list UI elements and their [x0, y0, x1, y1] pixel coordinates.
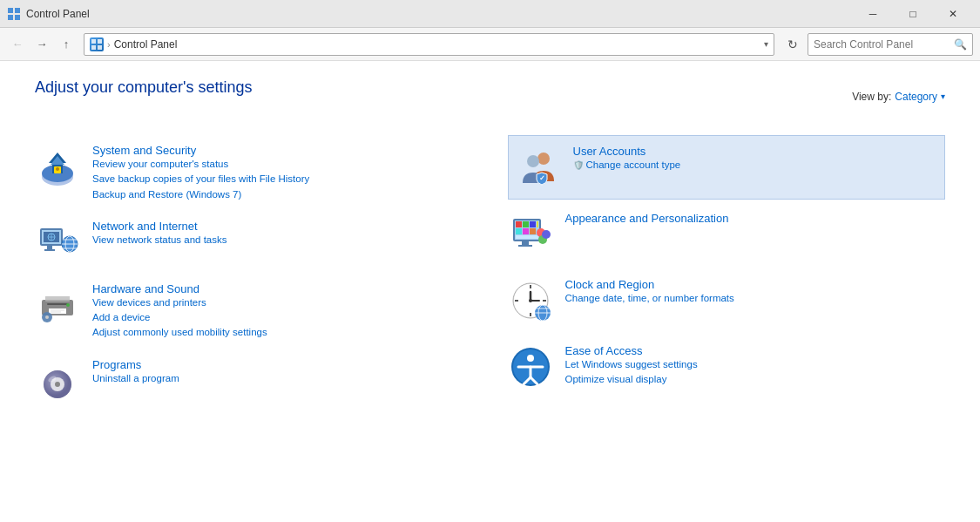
category-hardware: Hardware and Sound View devices and prin… [35, 274, 473, 349]
category-appearance: Appearance and Personalization [508, 203, 946, 266]
system-security-link-0[interactable]: Review your computer's status [92, 157, 473, 172]
category-system-security: System and Security Review your computer… [35, 135, 473, 211]
user-accounts-link-0[interactable]: Change account type [586, 158, 681, 173]
category-ease: Ease of Access Let Windows suggest setti… [508, 336, 946, 398]
refresh-button[interactable]: ↻ [781, 33, 804, 56]
user-accounts-icon: ✓ [516, 145, 561, 190]
ease-title[interactable]: Ease of Access [565, 344, 643, 357]
main-content: Adjust your computer's settings View by:… [0, 61, 980, 522]
svg-rect-46 [518, 245, 532, 247]
hardware-text: Hardware and Sound View devices and prin… [92, 282, 473, 341]
search-input[interactable] [814, 38, 954, 51]
svg-point-73 [527, 355, 534, 362]
appearance-title[interactable]: Appearance and Personalization [565, 212, 729, 225]
svg-rect-14 [47, 246, 52, 249]
network-link-0[interactable]: View network status and tasks [92, 233, 473, 247]
svg-point-41 [527, 155, 539, 167]
svg-rect-51 [516, 228, 522, 234]
maximize-button[interactable]: □ [893, 0, 933, 28]
svg-rect-1 [15, 8, 20, 13]
address-bar-icon [90, 37, 104, 51]
programs-text: Programs Uninstall a program [92, 358, 473, 386]
address-separator: › [107, 39, 111, 50]
close-button[interactable]: ✕ [933, 0, 973, 28]
ease-link-1[interactable]: Optimize visual display [565, 372, 946, 387]
app-icon [7, 7, 21, 21]
hardware-link-2[interactable]: Adjust commonly used mobility settings [92, 325, 473, 340]
svg-rect-29 [49, 308, 66, 314]
page-title: Adjust your computer's settings [35, 78, 253, 97]
svg-rect-45 [522, 241, 529, 245]
search-icon[interactable]: 🔍 [954, 38, 967, 51]
svg-rect-5 [98, 39, 102, 44]
svg-rect-2 [8, 15, 13, 20]
system-security-icon [35, 144, 80, 189]
svg-point-66 [529, 299, 532, 302]
network-title[interactable]: Network and Internet [92, 220, 198, 233]
window-title: Control Panel [26, 8, 853, 20]
clock-link-0[interactable]: Change date, time, or number formats [565, 291, 946, 306]
view-by-label: View by: [852, 91, 891, 103]
category-programs: Programs Uninstall a program [35, 349, 473, 412]
svg-rect-7 [98, 45, 102, 50]
svg-rect-53 [530, 228, 536, 234]
address-text: Control Panel [114, 38, 760, 51]
system-security-link-2[interactable]: Backup and Restore (Windows 7) [92, 187, 473, 202]
programs-link-0[interactable]: Uninstall a program [92, 371, 473, 386]
svg-text:✓: ✓ [538, 174, 544, 182]
category-user-accounts: ✓ User Accounts 🛡️ Change account type [508, 135, 946, 200]
ease-text: Ease of Access Let Windows suggest setti… [565, 344, 946, 388]
network-icon [35, 220, 80, 265]
svg-rect-54 [516, 235, 538, 239]
forward-button[interactable]: → [31, 34, 52, 55]
view-by-dropdown-arrow[interactable]: ▾ [941, 92, 945, 101]
right-categories: ✓ User Accounts 🛡️ Change account type [508, 135, 946, 412]
system-security-link-1[interactable]: Save backup copies of your files with Fi… [92, 172, 473, 186]
hardware-link-0[interactable]: View devices and printers [92, 295, 473, 310]
header-row: Adjust your computer's settings View by:… [35, 78, 945, 114]
programs-title[interactable]: Programs [92, 358, 141, 371]
address-bar[interactable]: › Control Panel ▾ [84, 33, 774, 56]
hardware-title[interactable]: Hardware and Sound [92, 282, 199, 295]
ease-link-0[interactable]: Let Windows suggest settings [565, 357, 946, 372]
search-box: 🔍 [808, 33, 973, 56]
up-button[interactable]: ↑ [56, 34, 77, 55]
svg-rect-50 [537, 221, 538, 227]
network-text: Network and Internet View network status… [92, 220, 473, 247]
programs-icon [35, 358, 80, 403]
category-clock: Clock and Region Change date, time, or n… [508, 269, 946, 332]
svg-rect-6 [91, 45, 96, 50]
category-network: Network and Internet View network status… [35, 211, 473, 274]
back-button[interactable]: ← [7, 34, 28, 55]
ease-icon [508, 344, 553, 390]
left-categories: System and Security Review your computer… [35, 135, 473, 412]
hardware-icon [35, 282, 80, 328]
svg-point-11 [56, 167, 59, 171]
view-by-control: View by: Category ▾ [852, 91, 945, 103]
svg-rect-15 [44, 249, 55, 251]
navigation-bar: ← → ↑ › Control Panel ▾ ↻ 🔍 [0, 28, 980, 61]
svg-point-38 [55, 382, 60, 387]
svg-rect-28 [47, 303, 68, 305]
appearance-icon [508, 212, 553, 257]
clock-text: Clock and Region Change date, time, or n… [565, 278, 946, 306]
view-by-value[interactable]: Category [895, 91, 937, 103]
user-accounts-title[interactable]: User Accounts [573, 145, 646, 158]
clock-title[interactable]: Clock and Region [565, 278, 655, 291]
window-controls: ─ □ ✕ [853, 0, 973, 28]
hardware-link-1[interactable]: Add a device [92, 310, 473, 325]
svg-rect-0 [8, 8, 13, 13]
svg-rect-27 [45, 296, 70, 300]
system-security-text: System and Security Review your computer… [92, 144, 473, 202]
svg-rect-3 [15, 15, 20, 20]
svg-point-32 [66, 303, 70, 307]
svg-rect-47 [516, 221, 522, 227]
minimize-button[interactable]: ─ [853, 0, 893, 28]
user-accounts-text: User Accounts 🛡️ Change account type [573, 145, 938, 173]
svg-rect-4 [91, 39, 96, 44]
system-security-title[interactable]: System and Security [92, 144, 196, 157]
svg-point-57 [542, 230, 551, 239]
svg-rect-52 [523, 228, 529, 234]
categories-grid: System and Security Review your computer… [35, 135, 945, 412]
address-dropdown-arrow[interactable]: ▾ [764, 39, 768, 49]
